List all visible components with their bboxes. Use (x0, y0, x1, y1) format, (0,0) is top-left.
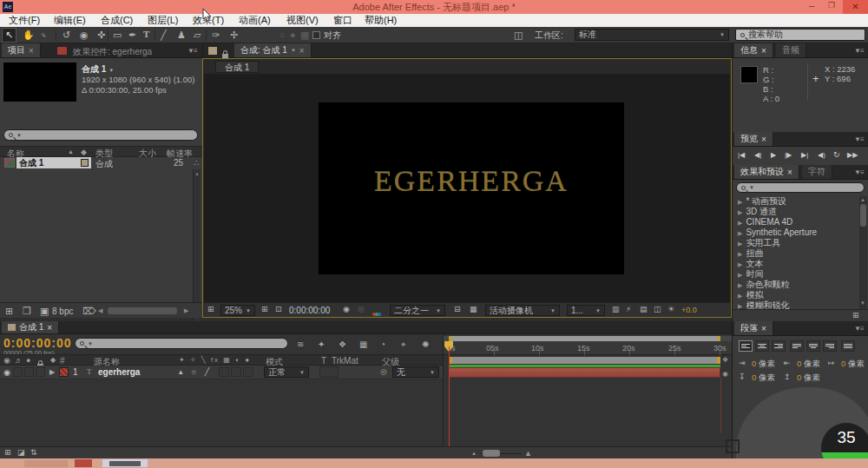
viewer-tab-comp1[interactable]: 合成 1 (215, 61, 259, 73)
shy-layers-icon[interactable]: ❖ (339, 339, 346, 349)
chevron-down-icon[interactable]: ▼ (108, 68, 114, 73)
menu-window[interactable]: 窗口 (333, 14, 352, 27)
shield-icon[interactable]: ❖ (722, 356, 728, 364)
effects-scrollbar[interactable]: ▲ ▼ (859, 196, 867, 309)
workspace-icon[interactable]: ◫ (514, 30, 523, 40)
comp-viewer[interactable]: EGERHERGA (204, 74, 730, 302)
workspace-dropdown[interactable]: 标准 ▼ (575, 29, 729, 41)
tab-character[interactable]: 字符 (802, 165, 832, 179)
rotation-tool-icon[interactable]: ↺ (62, 30, 70, 40)
pen-tool-icon[interactable]: ✒ (128, 30, 136, 40)
resolution-dropdown[interactable]: 二分之一 ▼ (390, 305, 445, 316)
menu-view[interactable]: 视图(V) (286, 14, 319, 27)
chevron-down-icon[interactable]: ▼ (291, 48, 296, 53)
scroll-left-icon[interactable]: ◀ (98, 307, 102, 314)
layer-duration-bar[interactable] (449, 367, 720, 378)
ram-preview-button[interactable]: ▶▶ (847, 151, 858, 159)
magnification-dropdown[interactable]: 25% ▼ (220, 305, 255, 316)
tab-effects-presets[interactable]: 效果和预设 × (734, 165, 799, 179)
puppet-pin-tool-icon[interactable]: ✢ (230, 30, 238, 40)
camera-icon[interactable]: ◉ (722, 370, 728, 378)
next-frame-button[interactable]: |▶ (785, 151, 792, 159)
panel-menu-icon[interactable]: ▼≡ (854, 47, 864, 55)
trash-icon[interactable]: ⌦ (82, 307, 96, 316)
panel-menu-icon[interactable]: ▼≡ (854, 325, 864, 333)
effects-category[interactable]: ▶时间 (733, 269, 858, 280)
scrollbar-thumb[interactable] (860, 204, 866, 227)
frame-blend-icon[interactable]: ▦ (359, 339, 367, 349)
prev-frame-button[interactable]: ◀| (754, 151, 761, 159)
channels-icon[interactable] (372, 307, 381, 318)
justify-last-left-button[interactable] (790, 340, 804, 352)
menu-help[interactable]: 帮助(H) (365, 14, 397, 27)
chevron-right-icon[interactable]: ▶ (738, 282, 742, 288)
chevron-right-icon[interactable]: ▶ (738, 251, 742, 257)
effects-category[interactable]: ▶Synthetic Aperture (733, 227, 858, 238)
effects-category[interactable]: ▶* 动画预设 (733, 196, 858, 207)
time-ruler[interactable]: 0s 05s 10s 15s 20s 25s 30s (444, 341, 732, 355)
menu-file[interactable]: 文件(F) (9, 14, 40, 27)
layer-switch-cell[interactable] (219, 367, 229, 377)
roi-icon[interactable]: ⊟ (454, 306, 461, 313)
tab-timeline-comp1[interactable]: 合成 1 × (2, 321, 59, 333)
space-after-value[interactable]: 0 (797, 372, 801, 382)
layer-mode-dropdown[interactable]: 正常 ▼ (264, 366, 309, 378)
tab-composition[interactable]: 合成: 合成 1 ▼ × (234, 43, 312, 57)
close-icon[interactable]: × (761, 135, 766, 144)
effects-category[interactable]: ▶文本 (733, 259, 858, 269)
exposure-value[interactable]: +0.0 (681, 306, 697, 314)
close-icon[interactable]: × (29, 46, 34, 56)
layer-eye-icon[interactable]: ◉ (3, 368, 10, 377)
reset-exposure-icon[interactable]: ☀ (667, 306, 674, 313)
transparency-grid-icon[interactable]: ▦ (470, 306, 477, 313)
comp-timecode[interactable]: 0:00:00:00 (289, 306, 330, 315)
panel-menu-icon[interactable]: ▼≡ (854, 168, 864, 176)
maximize-button[interactable]: ❐ (823, 1, 840, 14)
label-column-icon[interactable]: ◆ (81, 148, 87, 156)
type-tool-icon[interactable]: T (143, 30, 149, 39)
effects-category[interactable]: ▶实用工具 (733, 238, 858, 248)
timeline-search-input[interactable]: ▼ (75, 338, 288, 349)
scroll-up-icon[interactable]: ▲ (194, 171, 200, 176)
snap-checkbox[interactable] (312, 31, 320, 39)
menu-layer[interactable]: 图层(L) (148, 14, 178, 27)
tab-paragraph[interactable]: 段落 × (734, 321, 773, 335)
view-layout-dropdown[interactable]: 1... ▼ (567, 305, 605, 316)
indent-right-value[interactable]: 0 (797, 359, 801, 368)
minimize-button[interactable]: – (803, 0, 820, 13)
justify-last-center-button[interactable] (806, 340, 820, 352)
align-center-button[interactable] (755, 340, 769, 352)
align-right-button[interactable] (772, 340, 786, 352)
chevron-right-icon[interactable]: ▶ (738, 199, 742, 205)
close-icon[interactable]: × (761, 324, 766, 333)
show-snapshot-icon[interactable]: ◎ (358, 306, 365, 313)
transfer-controls-toggle-icon[interactable]: ◪ (17, 449, 25, 457)
effects-category[interactable]: ▶杂色和颗粒 (733, 280, 858, 290)
effects-category[interactable]: ▶CINEMA 4D (733, 217, 858, 227)
help-search-input[interactable]: 搜索帮助 (735, 29, 865, 41)
chevron-right-icon[interactable]: ▶ (738, 293, 742, 299)
menu-edit[interactable]: 编辑(E) (54, 14, 86, 27)
zoom-out-mountain-icon[interactable]: ▲ (471, 451, 477, 456)
timeline-zoom-slider[interactable] (481, 453, 521, 454)
current-time-indicator-line[interactable] (449, 346, 450, 446)
scroll-down-icon[interactable]: ▼ (860, 300, 865, 306)
brush-tool-icon[interactable]: ╱ (161, 30, 167, 40)
chevron-right-icon[interactable]: ▶ (738, 241, 742, 247)
justify-all-button[interactable] (841, 340, 855, 352)
zoom-slider-thumb[interactable] (483, 450, 500, 457)
camera-dropdown[interactable]: 活动摄像机 ▼ (485, 305, 560, 316)
zoom-tool-icon[interactable]: ♀ (37, 30, 49, 42)
hand-tool-icon[interactable]: ✋ (23, 30, 35, 40)
layer-solo-cell[interactable] (24, 367, 34, 377)
effects-category[interactable]: ▶模糊和锐化 (733, 300, 858, 309)
pan-behind-tool-icon[interactable]: ✜ (97, 30, 105, 40)
trkmat-column[interactable]: TrkMat (332, 356, 358, 366)
project-settings-icon[interactable]: ▣ (40, 307, 49, 316)
chevron-right-icon[interactable]: ▶ (738, 209, 742, 215)
scroll-right-icon[interactable]: ▶ (184, 307, 188, 314)
tab-info[interactable]: 信息 × (734, 43, 773, 57)
chevron-right-icon[interactable]: ▶ (738, 220, 742, 226)
snapshot-icon[interactable]: ◉ (343, 306, 350, 313)
sort-asc-icon[interactable]: ▲ (68, 148, 74, 155)
